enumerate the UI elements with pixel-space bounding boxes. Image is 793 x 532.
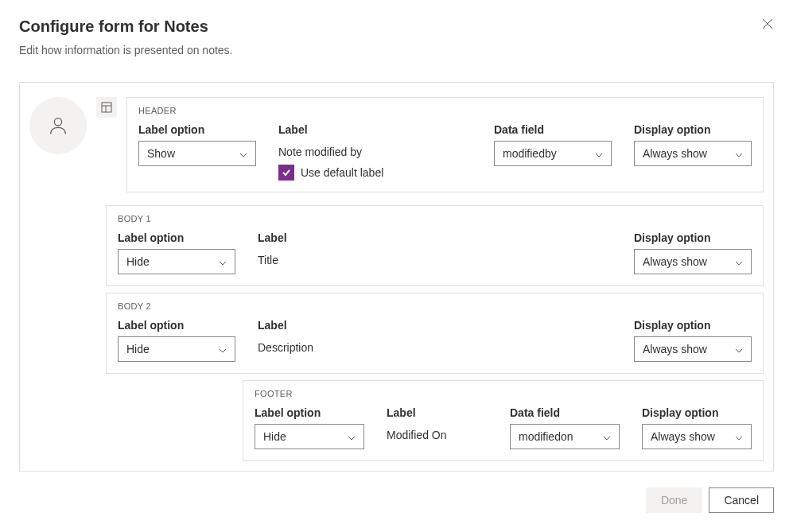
section-footer: FOOTER Label option Hide Label Modified …	[243, 380, 764, 461]
field-label: Label option	[138, 123, 256, 136]
person-icon	[47, 115, 69, 137]
select-value: Always show	[643, 255, 707, 268]
avatar	[29, 97, 87, 154]
header-data-field-select[interactable]: modifiedby	[494, 141, 612, 166]
page-subtitle: Edit how information is presented on not…	[19, 44, 774, 56]
section-body1: BODY 1 Label option Hide Label Title Dis…	[106, 205, 764, 286]
select-value: Always show	[643, 147, 707, 160]
select-value: Hide	[126, 255, 150, 268]
body2-label-value: Description	[258, 336, 612, 354]
svg-rect-1	[102, 103, 111, 112]
field-label: Display option	[642, 406, 752, 419]
done-button: Done	[646, 487, 702, 513]
chevron-down-icon	[735, 147, 743, 160]
header-label-value: Note modified by	[278, 141, 472, 158]
cancel-button[interactable]: Cancel	[709, 487, 774, 513]
footer-label-option-select[interactable]: Hide	[255, 424, 364, 449]
field-label: Label	[258, 319, 612, 332]
chevron-down-icon	[348, 430, 356, 443]
page-title: Configure form for Notes	[19, 17, 774, 36]
chevron-down-icon	[219, 255, 227, 268]
close-button[interactable]	[761, 17, 774, 30]
chevron-down-icon	[603, 430, 611, 443]
field-label: Display option	[634, 123, 752, 136]
chevron-down-icon	[239, 147, 247, 160]
layout-icon	[101, 102, 112, 113]
select-value: Hide	[263, 430, 286, 443]
footer-data-field-select[interactable]: modifiedon	[510, 424, 620, 449]
field-label: Label	[258, 231, 612, 244]
field-label: Label option	[255, 406, 364, 419]
body1-label-value: Title	[258, 249, 612, 266]
check-icon	[282, 168, 291, 177]
select-value: modifiedon	[519, 430, 573, 443]
svg-point-0	[54, 118, 61, 126]
field-label: Label option	[118, 231, 235, 244]
chevron-down-icon	[735, 430, 743, 443]
header-display-option-select[interactable]: Always show	[634, 141, 752, 166]
body1-label-option-select[interactable]: Hide	[118, 249, 235, 274]
layout-icon-box	[96, 97, 117, 118]
use-default-label-checkbox[interactable]	[278, 165, 294, 181]
chevron-down-icon	[735, 255, 743, 268]
dialog-actions: Done Cancel	[19, 487, 774, 513]
section-body2: BODY 2 Label option Hide Label Descripti…	[106, 293, 764, 374]
chevron-down-icon	[595, 147, 603, 160]
checkbox-label: Use default label	[301, 166, 383, 179]
select-value: Always show	[651, 430, 715, 443]
field-label: Data field	[510, 406, 620, 419]
section-title: BODY 1	[118, 214, 752, 223]
select-value: modifiedby	[503, 147, 557, 160]
form-container: HEADER Label option Show Label Note modi…	[19, 82, 774, 472]
field-label: Label	[387, 406, 488, 419]
section-header: HEADER Label option Show Label Note modi…	[126, 97, 764, 192]
close-icon	[762, 18, 773, 29]
body2-display-option-select[interactable]: Always show	[634, 336, 752, 362]
section-title: HEADER	[138, 106, 752, 115]
select-value: Always show	[643, 343, 707, 355]
chevron-down-icon	[219, 343, 227, 355]
footer-label-value: Modified On	[387, 424, 488, 441]
select-value: Show	[147, 147, 175, 160]
body1-display-option-select[interactable]: Always show	[634, 249, 752, 274]
field-label: Label option	[118, 319, 235, 332]
field-label: Display option	[634, 319, 752, 332]
footer-display-option-select[interactable]: Always show	[642, 424, 752, 449]
section-title: FOOTER	[255, 389, 752, 398]
field-label: Label	[278, 123, 472, 136]
section-title: BODY 2	[118, 301, 752, 311]
field-label: Display option	[634, 231, 752, 244]
chevron-down-icon	[735, 343, 743, 355]
select-value: Hide	[126, 343, 150, 355]
body2-label-option-select[interactable]: Hide	[118, 336, 235, 362]
header-label-option-select[interactable]: Show	[138, 141, 256, 166]
field-label: Data field	[494, 123, 612, 136]
